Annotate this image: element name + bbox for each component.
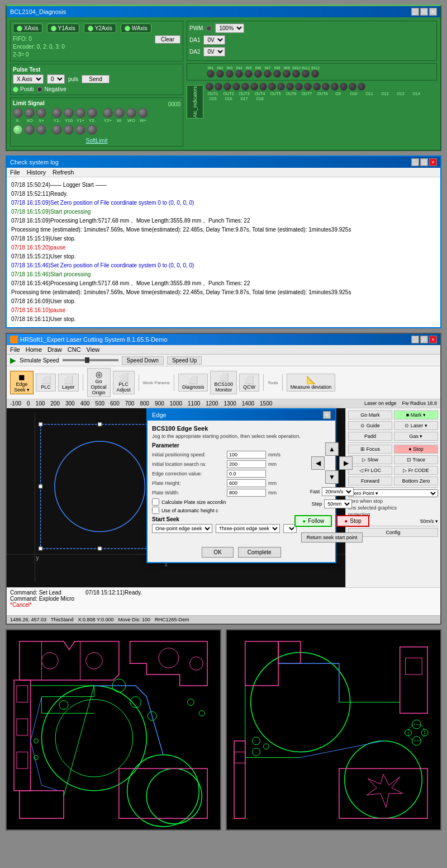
syslog-title: Check system log <box>10 159 59 166</box>
padd-gas-row: Padd Gas ▾ <box>348 432 438 441</box>
arrow-left[interactable]: ◀ <box>311 456 325 470</box>
speed-up-btn[interactable]: Speed Up <box>167 356 202 365</box>
cad-svg-left <box>7 630 220 829</box>
pulse-axis-select[interactable]: X Axis <box>13 74 44 84</box>
trace-btn[interactable]: ⊡ Trace <box>394 455 438 464</box>
out-light-10 <box>286 83 294 91</box>
toolbar-plc-adjust[interactable]: ⬜ PLC Adjust <box>113 371 135 394</box>
svg-rect-41 <box>406 658 422 674</box>
svg-point-3 <box>55 441 145 532</box>
gas-btn[interactable]: Gas ▾ <box>394 432 438 441</box>
in-light-8 <box>273 70 281 78</box>
in-lbl-9: IN9 <box>283 66 291 70</box>
laser-minimize[interactable]: _ <box>411 336 419 343</box>
stop-machine-btn[interactable]: ● Stop <box>394 445 438 454</box>
syslog-menu-refresh[interactable]: Refresh <box>53 169 74 176</box>
step-select[interactable]: 50mm <box>324 499 352 508</box>
log-line-10: 07/18 16:15:46)Set Zero position of File… <box>11 261 436 270</box>
close-btn[interactable]: × <box>429 8 437 16</box>
bottom-zero-btn[interactable]: Bottom Zero <box>394 477 438 485</box>
syslog-menu-history[interactable]: History <box>27 169 46 176</box>
syslog-minimize[interactable]: _ <box>411 158 419 166</box>
toolbar-edge-seek[interactable]: ◼ Edge Seek ▾ <box>10 371 34 394</box>
field-init-speed-input[interactable] <box>227 451 266 459</box>
svg-rect-9 <box>39 547 42 550</box>
one-point-select[interactable]: One-point edge seek <box>152 524 212 533</box>
field-plate-height-unit: mm <box>268 480 277 486</box>
maximize-btn[interactable]: □ <box>420 8 428 16</box>
field-correction-input[interactable] <box>227 470 266 478</box>
laser-menu-draw[interactable]: Draw <box>47 346 62 353</box>
checkbox-auto-height-input[interactable] <box>152 507 159 514</box>
toolbar-bcs100[interactable]: ⬜ BCS100 Monitor <box>210 371 237 394</box>
field-plate-width-input[interactable] <box>227 489 266 497</box>
limit-light-10 <box>126 108 136 118</box>
xaxis-radio[interactable]: XAxis <box>13 23 42 33</box>
send-button[interactable]: Send <box>82 75 109 83</box>
negative-radio[interactable]: Negative <box>37 86 66 92</box>
da1-select[interactable]: 0V <box>203 35 225 45</box>
edge-seek-label: Edge <box>16 381 27 387</box>
syslog-maximize[interactable]: □ <box>420 158 428 166</box>
minimize-btn[interactable]: _ <box>411 8 419 16</box>
field-location-radius-input[interactable] <box>227 460 266 468</box>
edge-seek-label2: Seek ▾ <box>14 387 30 393</box>
arrow-right[interactable]: ▶ <box>339 456 353 470</box>
checkbox-calculate: Calculate Plate size accordin <box>152 498 297 506</box>
pwm-select[interactable]: 100% <box>215 23 244 33</box>
laser-menu-cnc[interactable]: CNC <box>68 346 81 353</box>
speed-slider[interactable] <box>63 359 118 361</box>
pulse-value-select[interactable]: 0 <box>47 74 65 84</box>
laser-menu-home[interactable]: Home <box>26 346 42 353</box>
layer-label: Layer <box>62 384 75 390</box>
laser-maximize[interactable]: □ <box>420 336 428 343</box>
modal-complete-button[interactable]: Complete <box>238 547 281 558</box>
limit-light-a2 <box>25 125 35 135</box>
modal-close[interactable]: × <box>323 411 331 419</box>
clear-button[interactable]: Clear <box>155 35 180 44</box>
toolbar-plc[interactable]: ⬜ PLC <box>36 374 56 391</box>
toolbar-qcw[interactable]: ⬜ QCW <box>239 374 259 391</box>
y1axis-radio[interactable]: Y1Axis <box>47 23 79 33</box>
cmd-cancel[interactable]: *Cancel* <box>10 602 74 608</box>
encoder-text: Encoder: 0, 2: 0, 3: 0 <box>13 43 65 51</box>
laser-menu-file[interactable]: File <box>10 346 20 353</box>
modal-titlebar: Edge × <box>148 409 335 421</box>
positive-radio[interactable]: Positi <box>13 86 34 92</box>
laser-btn[interactable]: ⊙ Laser ▾ <box>394 421 438 430</box>
return-seek-button[interactable]: Return seek start point <box>301 532 363 542</box>
pulse-test-section: Pulse Test X Axis 0 puls Send Positi <box>10 64 183 95</box>
fast-select[interactable]: 20mm/s <box>322 487 354 496</box>
limit-signal-section: Limit Signal 0000 <box>10 97 183 147</box>
three-point-select[interactable]: Three-point edge seek <box>216 524 280 533</box>
stop-button[interactable]: ● Stop <box>336 515 369 527</box>
pwm-da-section: PWM 100% DA1 0V DA2 0V <box>187 21 437 61</box>
toolbar-go-origin[interactable]: ◎ Go Optical Origin <box>87 368 111 397</box>
fr-code-btn[interactable]: ▷ Fr CODE <box>394 466 438 475</box>
y2axis-radio[interactable]: Y2Axis <box>84 23 116 33</box>
arrow-up[interactable]: ▲ <box>325 442 339 456</box>
syslog-close[interactable]: × <box>429 158 437 166</box>
waxis-radio[interactable]: WAxis <box>121 23 151 33</box>
go-mark-btn[interactable]: Go Mark <box>348 411 392 419</box>
toolbar-diagnosis[interactable]: ⬜ Diagnosis <box>178 374 208 391</box>
checkbox-calculate-input[interactable] <box>152 498 159 506</box>
laser-main: y x Edge × BCS100 Edge Seek Jog to the a… <box>7 408 440 587</box>
toolbar-measure[interactable]: 📐 Measure deviation <box>287 374 336 391</box>
laser-close[interactable]: × <box>429 336 437 343</box>
arrow-down[interactable]: ▼ <box>325 470 339 484</box>
syslog-menu-file[interactable]: File <box>10 169 20 176</box>
da2-select[interactable]: 0V <box>203 47 225 56</box>
toolbar-layer[interactable]: ⬜ Layer <box>58 374 79 391</box>
follow-button[interactable]: ● Follow <box>294 515 332 527</box>
modal-ok-button[interactable]: OK <box>202 547 233 558</box>
field-plate-width: Plate Width: mm <box>152 489 297 497</box>
mark-btn[interactable]: ■ Mark ▾ <box>394 411 438 419</box>
speed-down-btn[interactable]: Speed Down <box>122 356 164 365</box>
padd-btn[interactable]: Padd <box>348 432 392 441</box>
softlimit-link[interactable]: SoftLimit <box>86 138 108 144</box>
guide-btn[interactable]: ⊙ Guide <box>348 421 392 430</box>
go-origin-label2: Optical <box>91 384 107 390</box>
laser-menu-view[interactable]: View <box>87 346 100 353</box>
field-plate-height-input[interactable] <box>227 479 266 487</box>
